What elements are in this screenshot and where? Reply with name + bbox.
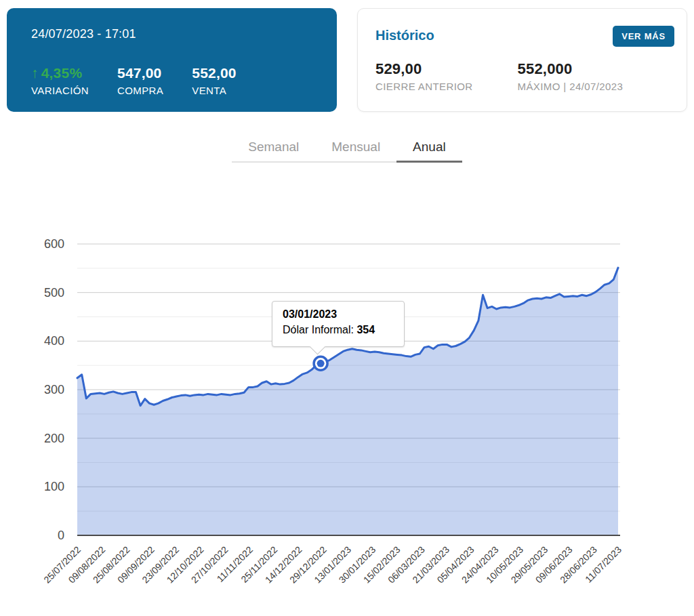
- y-axis-tick-label: 100: [44, 480, 64, 493]
- historic-card: Histórico VER MÁS 529,00 CIERRE ANTERIOR…: [357, 8, 687, 112]
- variation-value: ↑4,35%: [31, 65, 89, 81]
- previous-close-value: 529,00: [375, 60, 473, 78]
- maximum-label-text: MÁXIMO: [518, 81, 560, 92]
- maximum-label: MÁXIMO | 24/07/2023: [518, 81, 624, 92]
- y-axis-tick-label: 0: [58, 529, 64, 542]
- previous-close-stat: 529,00 CIERRE ANTERIOR: [375, 60, 473, 92]
- buy-stat: 547,00 COMPRA: [117, 65, 163, 96]
- y-axis-tick-label: 600: [44, 237, 64, 251]
- sell-value: 552,00: [192, 65, 236, 81]
- chart-tooltip: 03/01/2023 Dólar Informal: 354: [272, 301, 405, 347]
- summary-stats-row: ↑4,35% VARIACIÓN 547,00 COMPRA 552,00 VE…: [31, 65, 265, 96]
- tooltip-date: 03/01/2023: [283, 308, 394, 321]
- selected-point-marker-dot: [317, 360, 325, 367]
- maximum-value: 552,000: [518, 60, 624, 78]
- quote-summary-card: 24/07/2023 - 17:01 ↑4,35% VARIACIÓN 547,…: [7, 8, 337, 112]
- buy-label: COMPRA: [117, 85, 163, 96]
- y-axis-tick-label: 200: [44, 432, 64, 445]
- tooltip-value: 354: [356, 324, 375, 335]
- period-tabs: SemanalMensualAnual: [0, 140, 694, 163]
- tab-mensual[interactable]: Mensual: [315, 140, 396, 163]
- buy-value: 547,00: [117, 65, 163, 81]
- sell-stat: 552,00 VENTA: [192, 65, 236, 96]
- maximum-date: 24/07/2023: [569, 81, 623, 92]
- price-chart: 010020030040050060025/07/202209/08/20222…: [0, 224, 694, 616]
- tooltip-series-label: Dólar Informal:: [283, 324, 354, 335]
- historic-title: Histórico: [375, 28, 434, 43]
- arrow-up-icon: ↑: [31, 65, 39, 81]
- quote-datetime: 24/07/2023 - 17:01: [31, 27, 136, 41]
- ver-mas-button[interactable]: VER MÁS: [613, 26, 674, 47]
- variation-label: VARIACIÓN: [31, 85, 89, 96]
- variation-stat: ↑4,35% VARIACIÓN: [31, 65, 89, 96]
- previous-close-label: CIERRE ANTERIOR: [375, 81, 473, 92]
- tab-anual[interactable]: Anual: [396, 140, 462, 163]
- tab-semanal[interactable]: Semanal: [232, 140, 315, 163]
- maximum-stat: 552,000 MÁXIMO | 24/07/2023: [518, 60, 624, 92]
- maximum-separator: |: [563, 81, 566, 92]
- historic-stats-row: 529,00 CIERRE ANTERIOR 552,000 MÁXIMO | …: [375, 60, 668, 92]
- y-axis-tick-label: 300: [44, 383, 64, 396]
- tooltip-value-line: Dólar Informal: 354: [283, 324, 394, 336]
- variation-percent: 4,35%: [41, 65, 83, 81]
- area-chart-svg[interactable]: 010020030040050060025/07/202209/08/20222…: [0, 224, 694, 616]
- y-axis-tick-label: 400: [44, 334, 64, 348]
- y-axis-tick-label: 500: [44, 286, 64, 300]
- dollar-dashboard: 24/07/2023 - 17:01 ↑4,35% VARIACIÓN 547,…: [0, 0, 694, 616]
- sell-label: VENTA: [192, 85, 236, 96]
